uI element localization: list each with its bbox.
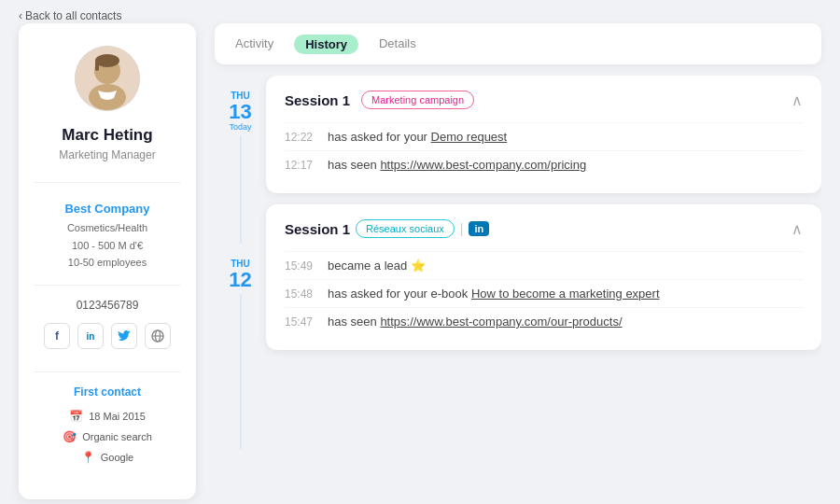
svg-rect-4: [95, 60, 99, 71]
event-text-1-2: has seen https://www.best-company.com/ou…: [328, 315, 623, 329]
divider-1: [34, 182, 181, 183]
social-icons-row: f in: [44, 323, 171, 349]
date-1: 12: [229, 270, 251, 290]
company-info: Cosmetics/Health 100 - 500 M d'€ 10-50 e…: [67, 219, 147, 272]
contact-name: Marc Heting: [62, 126, 152, 145]
session-title-row-0: Session 1 Marketing campaign: [285, 91, 474, 109]
today-0: Today: [229, 122, 251, 132]
back-chevron-icon: ‹: [19, 9, 22, 22]
tab-history[interactable]: History: [294, 35, 358, 54]
tab-details[interactable]: Details: [377, 33, 418, 56]
tabs-bar: Activity History Details: [215, 23, 821, 64]
event-text-1-1: has asked for your e-book How to become …: [328, 287, 660, 301]
session-title-row-1: Session 1 Réseaux sociaux | in: [285, 219, 489, 238]
website-icon[interactable]: [145, 323, 171, 349]
session-event-0-1: 12:17 has seen https://www.best-company.…: [285, 150, 803, 178]
timeline-line-1: [240, 294, 242, 449]
calendar-icon: 📅: [69, 410, 83, 423]
session-card-1: Session 1 Réseaux sociaux | in ∧ 15:49 b…: [266, 204, 821, 350]
contact-card: Marc Heting Marketing Manager Best Compa…: [19, 23, 196, 499]
contact-title: Marketing Manager: [59, 148, 155, 161]
session-event-0-0: 12:22 has asked for your Demo request: [285, 122, 803, 150]
twitter-icon[interactable]: [111, 323, 137, 349]
company-name: Best Company: [64, 202, 149, 216]
divider-2: [34, 285, 181, 286]
timeline-entry-1: Thu 12: [215, 244, 266, 449]
timeline-line-0: [240, 135, 242, 244]
facebook-icon[interactable]: f: [44, 323, 70, 349]
event-time-1-0: 15:49: [285, 259, 315, 273]
event-link-0-0[interactable]: Demo request: [431, 130, 508, 144]
session-collapse-1[interactable]: ∧: [791, 220, 803, 238]
sessions-area: Thu 13 Today Thu 12: [215, 76, 821, 499]
event-text-0-1: has seen https://www.best-company.com/pr…: [328, 158, 586, 172]
session-card-0: Session 1 Marketing campaign ∧ 12:22 has…: [266, 76, 821, 193]
event-link-0-1[interactable]: https://www.best-company.com/pricing: [380, 158, 586, 172]
sessions-cards: Session 1 Marketing campaign ∧ 12:22 has…: [266, 76, 821, 499]
event-text-0-0: has asked for your Demo request: [328, 130, 507, 144]
right-panel: Activity History Details Thu 13 Today Th…: [215, 23, 821, 499]
divider-3: [34, 371, 181, 372]
session-label-1: Session 1: [285, 221, 350, 237]
event-time-1-2: 15:47: [285, 315, 315, 329]
session-event-1-2: 15:47 has seen https://www.best-company.…: [285, 307, 803, 335]
first-contact-date-row: 📅 18 Mai 2015: [69, 410, 146, 423]
linkedin-icon[interactable]: in: [77, 323, 104, 349]
event-link-1-2[interactable]: https://www.best-company.com/our-product…: [380, 315, 622, 329]
session-header-1: Session 1 Réseaux sociaux | in ∧: [285, 219, 803, 238]
session-tag-1: Réseaux sociaux: [356, 219, 455, 238]
origin-icon: 📍: [81, 451, 95, 464]
event-text-1-0: became a lead ⭐: [328, 259, 426, 273]
event-time-1-1: 15:48: [285, 287, 315, 301]
phone-number: 0123456789: [77, 299, 139, 312]
event-time-0-0: 12:22: [285, 130, 315, 144]
session-event-1-0: 15:49 became a lead ⭐: [285, 251, 803, 279]
avatar: [75, 46, 140, 111]
timeline: Thu 13 Today Thu 12: [215, 76, 266, 499]
tag-separator-icon: |: [460, 221, 464, 236]
first-contact-label: First contact: [74, 385, 141, 399]
session-event-1-1: 15:48 has asked for your e-book How to b…: [285, 279, 803, 307]
session-header-0: Session 1 Marketing campaign ∧: [285, 91, 803, 109]
source-icon: 🎯: [63, 430, 77, 443]
first-contact-origin-row: 📍 Google: [81, 451, 133, 464]
session-collapse-0[interactable]: ∧: [791, 91, 803, 109]
event-link-1-1[interactable]: How to become a marketing expert: [471, 287, 660, 301]
event-time-0-1: 12:17: [285, 158, 315, 172]
first-contact-source-row: 🎯 Organic search: [63, 430, 152, 443]
timeline-entry-0: Thu 13 Today: [215, 76, 266, 244]
session-label-0: Session 1: [285, 92, 350, 108]
session-tag-0: Marketing campaign: [361, 91, 474, 109]
date-0: 13: [229, 102, 251, 122]
linkedin-tag-icon: in: [469, 221, 489, 236]
back-link[interactable]: ‹ Back to all contacts: [19, 9, 121, 22]
tab-activity[interactable]: Activity: [233, 33, 275, 56]
